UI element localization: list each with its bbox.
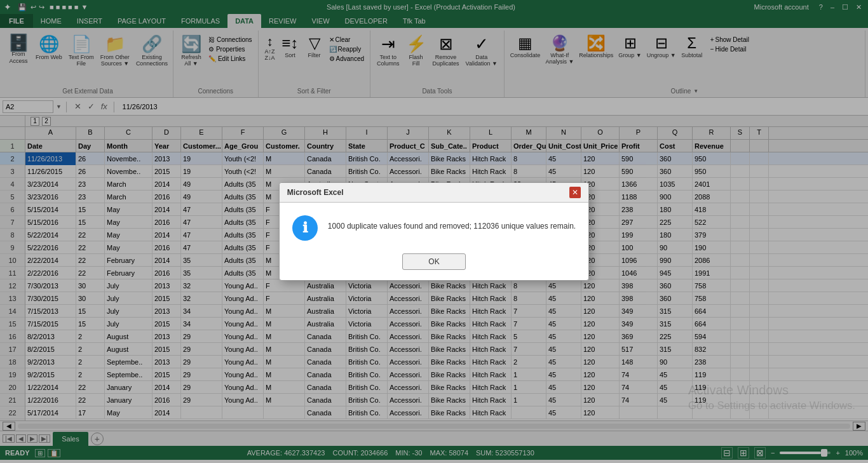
modal-info-icon: ℹ — [292, 215, 318, 241]
modal-overlay: Microsoft Excel ✕ ℹ 1000 duplicate value… — [0, 0, 868, 463]
modal-title: Microsoft Excel — [287, 188, 344, 197]
modal-close-btn[interactable]: ✕ — [569, 187, 581, 198]
modal-dialog: Microsoft Excel ✕ ℹ 1000 duplicate value… — [279, 182, 589, 281]
modal-message: 1000 duplicate values found and removed;… — [328, 215, 576, 232]
modal-ok-btn[interactable]: OK — [402, 253, 465, 270]
